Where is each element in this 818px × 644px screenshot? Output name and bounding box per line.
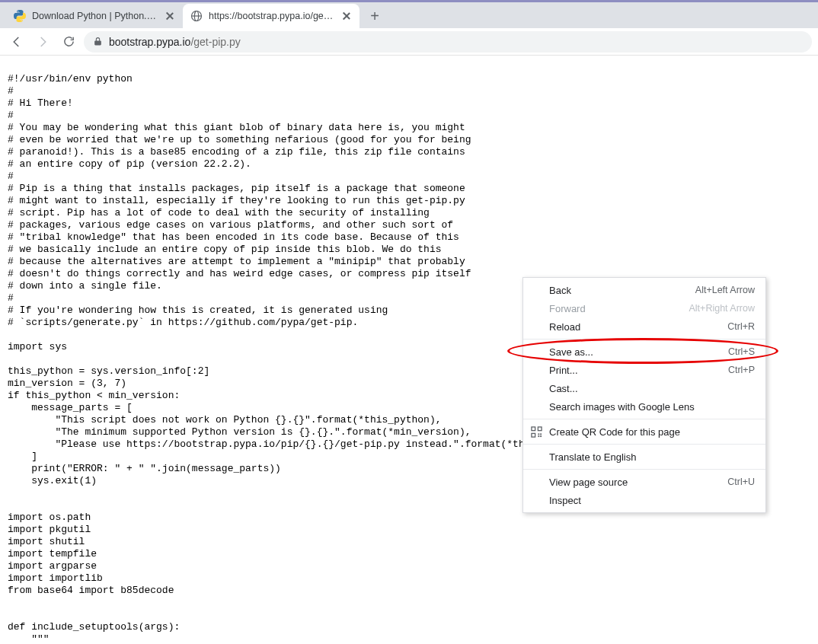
context-menu-cast[interactable]: Cast...: [523, 379, 765, 397]
menu-label: Create QR Code for this page: [549, 426, 680, 438]
url-text: bootstrap.pypa.io/get-pip.py: [109, 36, 241, 48]
context-menu-view-source[interactable]: View page source Ctrl+U: [523, 473, 765, 491]
tab-title: Download Python | Python.org: [32, 11, 158, 21]
forward-button[interactable]: [32, 31, 53, 53]
context-menu-forward[interactable]: Forward Alt+Right Arrow: [523, 299, 765, 317]
context-menu-inspect[interactable]: Inspect: [523, 491, 765, 509]
new-tab-button[interactable]: +: [364, 5, 385, 27]
context-menu-reload[interactable]: Reload Ctrl+R: [523, 317, 765, 336]
menu-label: Back: [549, 285, 571, 296]
close-icon[interactable]: [165, 11, 175, 21]
menu-label: Translate to English: [549, 451, 636, 463]
svg-rect-8: [538, 435, 539, 437]
back-button[interactable]: [6, 31, 27, 53]
menu-label: Forward: [549, 303, 586, 314]
browser-tab-1[interactable]: https://bootstrap.pypa.io/get-pip: [183, 4, 359, 28]
svg-rect-4: [538, 426, 542, 430]
menu-label: View page source: [549, 477, 628, 488]
svg-rect-9: [540, 433, 542, 435]
menu-label: Inspect: [549, 495, 581, 506]
menu-separator: [523, 444, 765, 445]
menu-shortcut: Alt+Left Arrow: [695, 285, 755, 295]
menu-label: Print...: [549, 365, 578, 376]
svg-rect-3: [531, 426, 535, 430]
reload-button[interactable]: [58, 31, 79, 53]
svg-rect-7: [540, 435, 542, 437]
menu-shortcut: Ctrl+S: [728, 346, 755, 357]
menu-label: Search images with Google Lens: [549, 401, 695, 413]
globe-favicon: [190, 10, 203, 22]
lock-icon: [93, 37, 103, 46]
menu-label: Save as...: [549, 346, 593, 358]
menu-separator: [523, 419, 765, 419]
menu-shortcut: Alt+Right Arrow: [689, 303, 756, 314]
plus-icon: +: [370, 8, 379, 24]
close-icon[interactable]: [341, 11, 352, 21]
svg-rect-6: [538, 433, 539, 435]
context-menu-print[interactable]: Print... Ctrl+P: [523, 361, 765, 379]
menu-shortcut: Ctrl+U: [727, 477, 755, 487]
browser-tab-0[interactable]: Download Python | Python.org: [6, 4, 183, 28]
context-menu-search-images[interactable]: Search images with Google Lens: [523, 397, 765, 416]
svg-rect-5: [531, 433, 535, 437]
browser-toolbar: bootstrap.pypa.io/get-pip.py: [0, 28, 818, 56]
tab-title: https://bootstrap.pypa.io/get-pip: [209, 11, 335, 21]
context-menu-save-as[interactable]: Save as... Ctrl+S: [523, 343, 765, 361]
menu-separator: [523, 469, 765, 470]
menu-shortcut: Ctrl+P: [728, 365, 755, 375]
menu-label: Reload: [549, 321, 580, 333]
qr-icon: [529, 425, 543, 438]
context-menu-create-qr[interactable]: Create QR Code for this page: [523, 422, 765, 441]
menu-separator: [523, 339, 765, 340]
menu-shortcut: Ctrl+R: [727, 321, 755, 332]
context-menu-translate[interactable]: Translate to English: [523, 448, 765, 466]
tab-strip: Download Python | Python.org https://boo…: [0, 2, 818, 28]
context-menu: Back Alt+Left Arrow Forward Alt+Right Ar…: [522, 277, 766, 513]
address-bar[interactable]: bootstrap.pypa.io/get-pip.py: [84, 31, 812, 53]
python-favicon: [14, 10, 26, 22]
context-menu-back[interactable]: Back Alt+Left Arrow: [523, 281, 765, 299]
menu-label: Cast...: [549, 383, 578, 394]
